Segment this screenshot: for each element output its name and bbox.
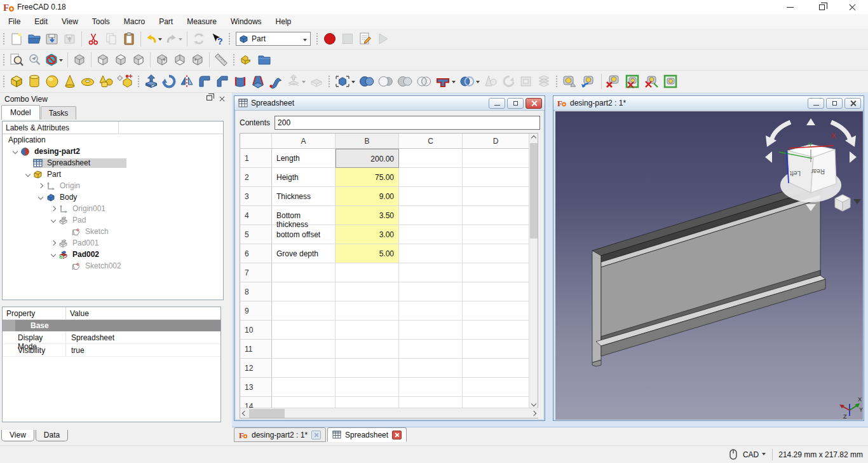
- row-header[interactable]: 10: [240, 321, 272, 340]
- redo-button[interactable]: [164, 30, 184, 48]
- cell-A2[interactable]: Heigth: [272, 168, 336, 187]
- cell-B5[interactable]: 3.00: [336, 225, 399, 244]
- cell-D2[interactable]: [463, 168, 529, 187]
- boolean-fuse-button[interactable]: [395, 73, 414, 90]
- toolbar-grip[interactable]: [232, 53, 234, 67]
- tree-item-sketch002[interactable]: Sketch002: [3, 260, 223, 272]
- scroll-down-icon[interactable]: [529, 399, 538, 408]
- toolbar-grip[interactable]: [137, 74, 139, 88]
- toolbar-grip[interactable]: [315, 32, 318, 46]
- mirror-button[interactable]: [178, 73, 196, 90]
- mdi-tab-document[interactable]: F desing-part2 : 1*: [234, 427, 326, 442]
- split-boolean-fragments-button[interactable]: [458, 73, 482, 90]
- row-header[interactable]: 9: [240, 301, 272, 321]
- tree-item-origin[interactable]: Origin: [3, 180, 223, 191]
- tree-item-body[interactable]: Body: [3, 191, 223, 203]
- measure-toggle-delta-button[interactable]: [661, 73, 681, 90]
- sweep-button[interactable]: [267, 73, 285, 90]
- row-header[interactable]: 1: [240, 149, 272, 168]
- refresh-button[interactable]: [190, 30, 208, 48]
- view-bottom-button[interactable]: [171, 51, 189, 69]
- paste-button[interactable]: [120, 30, 138, 48]
- menu-file[interactable]: File: [1, 15, 27, 28]
- horizontal-scrollbar[interactable]: [240, 408, 538, 418]
- view-right-button[interactable]: [130, 51, 147, 69]
- save-as-button[interactable]: [61, 30, 79, 48]
- column-header-c[interactable]: C: [399, 134, 463, 149]
- expander-icon[interactable]: [48, 252, 58, 256]
- new-document-button[interactable]: [8, 30, 25, 48]
- tree-item-part[interactable]: Part: [3, 169, 223, 180]
- column-header-b[interactable]: B: [336, 134, 399, 149]
- cell-C4[interactable]: [399, 206, 463, 225]
- primitive-torus-button[interactable]: [79, 73, 97, 90]
- child-minimize-button[interactable]: [489, 98, 505, 109]
- expander-icon[interactable]: [36, 195, 46, 199]
- menu-part[interactable]: Part: [152, 15, 180, 28]
- boolean-union-button[interactable]: [357, 73, 376, 90]
- menu-edit[interactable]: Edit: [27, 15, 55, 28]
- cell-A6[interactable]: Grove depth: [272, 244, 336, 263]
- property-group-base[interactable]: Base: [3, 320, 220, 331]
- fit-all-button[interactable]: [8, 51, 25, 69]
- row-header[interactable]: 5: [240, 225, 272, 244]
- row-header[interactable]: 6: [240, 244, 272, 263]
- expander-icon[interactable]: [48, 241, 58, 245]
- tab-model[interactable]: Model: [1, 105, 40, 120]
- view-rear-button[interactable]: [153, 51, 171, 69]
- menu-windows[interactable]: Windows: [224, 15, 269, 28]
- row-header[interactable]: 3: [240, 187, 272, 206]
- check-geometry-button[interactable]: [482, 73, 499, 90]
- float-panel-icon[interactable]: [207, 95, 212, 100]
- menu-help[interactable]: Help: [269, 15, 299, 28]
- draw-style-button[interactable]: [43, 51, 65, 69]
- child-close-button[interactable]: [844, 98, 861, 109]
- cross-sections-button[interactable]: [535, 73, 553, 90]
- create-primitives-button[interactable]: [97, 73, 116, 90]
- tab-close-icon[interactable]: [392, 431, 402, 439]
- measure-clear-all-button[interactable]: [604, 73, 623, 90]
- cell-D3[interactable]: [463, 187, 529, 206]
- cell-C3[interactable]: [399, 187, 463, 206]
- macro-record-button[interactable]: [321, 30, 339, 48]
- tree-item-pad[interactable]: Pad: [3, 214, 223, 226]
- fit-selection-button[interactable]: [25, 51, 43, 69]
- extrude-button[interactable]: [142, 73, 160, 90]
- view-axonometric-button[interactable]: [71, 51, 88, 69]
- tree-item-application[interactable]: Application: [3, 134, 223, 146]
- child-minimize-button[interactable]: [808, 98, 824, 109]
- measure-distance-button[interactable]: [212, 51, 230, 69]
- menu-view[interactable]: View: [55, 15, 85, 28]
- workbench-selector[interactable]: Part: [236, 32, 311, 46]
- row-header[interactable]: 4: [240, 206, 272, 225]
- boolean-cut-button[interactable]: [376, 73, 395, 90]
- row-header[interactable]: 11: [240, 340, 272, 359]
- macro-stop-button[interactable]: [339, 30, 356, 48]
- primitive-cube-button[interactable]: [8, 73, 25, 90]
- cell-A1[interactable]: Length: [272, 149, 336, 168]
- tree-item-document[interactable]: desing-part2: [3, 146, 223, 157]
- expander-icon[interactable]: [48, 207, 58, 211]
- cell-B1-selected[interactable]: 200.00: [336, 149, 399, 168]
- navigation-style-dropdown[interactable]: CAD: [743, 450, 766, 459]
- row-header[interactable]: 8: [240, 282, 272, 301]
- expander-icon[interactable]: [10, 149, 20, 153]
- horizontal-scroll-thumb[interactable]: [249, 409, 285, 418]
- grid-corner[interactable]: [240, 134, 272, 149]
- part-box-button[interactable]: [238, 51, 255, 69]
- measure-angular-button[interactable]: [580, 73, 599, 90]
- view-left-button[interactable]: [189, 51, 207, 69]
- cell-D4[interactable]: [463, 206, 529, 225]
- macro-execute-button[interactable]: [374, 30, 392, 48]
- row-header[interactable]: 13: [240, 378, 272, 397]
- 3d-viewport[interactable]: X Y Left Rear: [555, 111, 863, 420]
- cell-B2[interactable]: 75.00: [336, 168, 399, 187]
- whats-this-button[interactable]: ?: [208, 30, 226, 48]
- cell-C6[interactable]: [399, 244, 463, 263]
- defeaturing-button[interactable]: [499, 73, 517, 90]
- cell-B4[interactable]: 3.50: [336, 206, 399, 225]
- toolbar-grip[interactable]: [2, 53, 4, 67]
- cell-C2[interactable]: [399, 168, 463, 187]
- vertical-scroll-thumb[interactable]: [530, 143, 538, 238]
- primitive-cylinder-button[interactable]: [25, 73, 43, 90]
